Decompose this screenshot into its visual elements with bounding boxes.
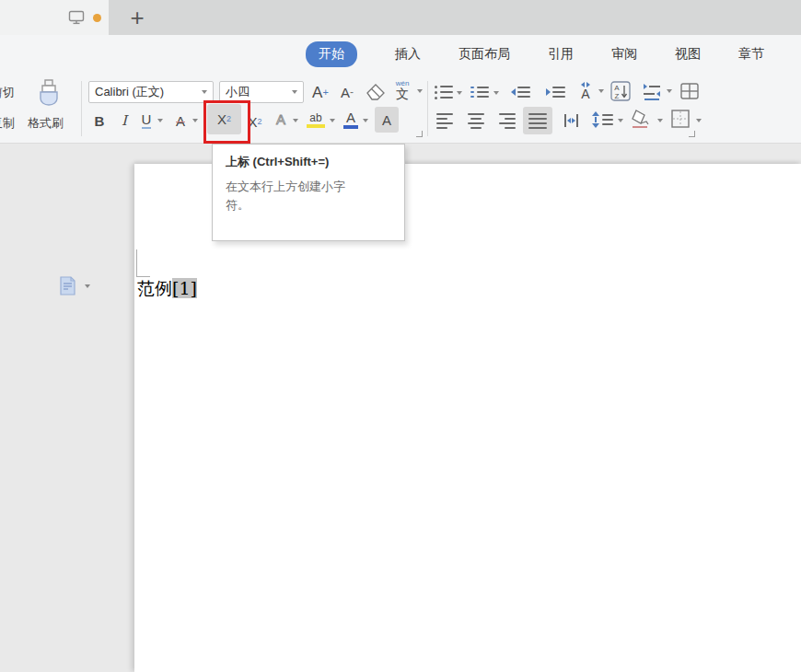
document-tab[interactable] [0,0,109,35]
document-text: 范例 [137,278,172,298]
highlight-icon: ab [309,112,321,123]
font-size-value: 小四 [226,84,292,100]
decrease-indent-icon [517,87,530,98]
sort-az-icon: A Z [609,80,632,105]
chevron-down-icon[interactable] [457,91,462,95]
group-divider [427,81,428,136]
line-spacing-button[interactable] [589,107,615,133]
text-boundary-mark [136,249,137,276]
font-color-swatch [343,125,358,129]
align-left-button[interactable] [433,109,457,133]
tab-home[interactable]: 开始 [306,41,357,67]
highlight-color-button[interactable]: ab [304,107,328,133]
cut-button[interactable]: 剪切 [0,85,15,101]
character-scale-button[interactable]: A [573,77,598,105]
align-right-button[interactable] [495,109,519,133]
selected-text: [1] [172,278,197,298]
text-effects-button[interactable]: A [271,109,291,133]
superscript-exponent: 2 [226,115,231,123]
pinyin-guide-button[interactable]: wén 文 [390,75,414,105]
decrease-indent-button[interactable] [506,81,534,103]
tab-section[interactable]: 章节 [738,46,764,63]
underline-button[interactable]: U [138,109,155,133]
clear-format-button[interactable] [363,79,389,105]
font-group-launcher[interactable] [416,131,423,137]
tab-insert[interactable]: 插入 [395,46,421,63]
distribute-icon [564,114,566,127]
format-painter-label: 格式刷 [28,115,64,132]
italic-button[interactable]: I [116,109,133,133]
justify-button[interactable] [523,107,552,134]
chevron-down-icon[interactable] [293,119,298,122]
paste-options-button[interactable] [59,276,76,298]
increase-indent-button[interactable] [541,81,569,103]
paragraph-group-launcher[interactable] [689,131,695,137]
copy-button[interactable]: 复制 [0,115,15,132]
bullet-list-button[interactable] [433,81,455,103]
chevron-down-icon[interactable] [667,89,672,93]
chevron-down-icon[interactable] [598,89,604,93]
sort-button[interactable]: A Z [608,79,633,105]
chevron-down-icon[interactable] [157,119,163,122]
new-tab-button[interactable]: + [123,1,151,34]
chevron-down-icon[interactable] [696,119,702,122]
document-text-line[interactable]: 范例[1] [137,277,197,301]
shrink-font-button[interactable]: A- [335,79,359,105]
unsaved-changes-dot [93,14,101,22]
format-painter-button[interactable] [31,77,66,110]
wps-writer-window: + 开始 插入 页面布局 引用 审阅 视图 章节 剪切 复制 格式刷 Ca [0,0,801,672]
italic-icon: I [122,114,127,128]
chevron-down-icon[interactable] [417,89,423,93]
chevron-down-icon [292,90,297,94]
right-arrow-icon [546,88,551,96]
grow-font-button[interactable]: A+ [308,79,333,105]
show-marks-button[interactable] [639,79,665,105]
distribute-button[interactable] [558,109,584,133]
character-shading-icon: A [382,113,391,127]
chevron-down-icon[interactable] [618,119,623,122]
strikethrough-icon: A [176,114,185,128]
outlined-a-icon: A [273,111,289,131]
subscript-button[interactable]: X2 [243,109,267,134]
chevron-down-icon[interactable] [192,119,198,122]
tab-page-layout[interactable]: 页面布局 [459,46,510,63]
grow-font-icon: A [312,85,322,100]
bold-button[interactable]: B [90,109,109,133]
borders-button[interactable] [668,108,692,132]
align-center-button[interactable] [464,109,488,133]
font-size-combobox[interactable]: 小四 [219,81,304,103]
character-scale-icon: A [581,87,589,100]
strikethrough-button[interactable]: A [170,109,191,133]
plus-sign: + [322,87,328,98]
ribbon-toolbar: 剪切 复制 格式刷 Calibri (正文) 小四 A+ A- [0,74,801,144]
left-arrow-icon [511,88,516,96]
numbered-list-icon [470,87,489,98]
align-right-icon [499,113,516,129]
chevron-down-icon[interactable] [85,284,90,288]
line-spacing-icon [592,111,599,128]
tab-review[interactable]: 审阅 [611,46,637,63]
ribbon-tab-bar: 开始 插入 页面布局 引用 审阅 视图 章节 [0,35,801,74]
chevron-down-icon[interactable] [363,119,368,122]
tab-view[interactable]: 视图 [675,46,701,63]
tab-references[interactable]: 引用 [548,46,574,63]
underline-icon: U [142,112,152,129]
chevron-down-icon[interactable] [657,119,663,122]
font-color-icon: A [346,110,355,124]
borders-icon [670,109,691,132]
tooltip-title: 上标 (Ctrl+Shift+=) [226,154,391,170]
superscript-button[interactable]: X2 [207,104,241,134]
numbered-list-button[interactable] [468,81,492,103]
font-name-combobox[interactable]: Calibri (正文) [88,81,214,103]
chevron-down-icon[interactable] [493,91,499,95]
frame-grid-icon [679,82,700,103]
font-name-value: Calibri (正文) [95,84,202,100]
text-frame-button[interactable] [678,80,702,104]
chevron-down-icon[interactable] [330,119,335,122]
font-color-button[interactable]: A [341,107,361,133]
paragraph-marks-icon [644,84,660,89]
paste-options-icon [59,284,76,298]
document-icon [68,10,85,29]
character-shading-button[interactable]: A [375,107,399,133]
shading-button[interactable] [628,107,654,133]
